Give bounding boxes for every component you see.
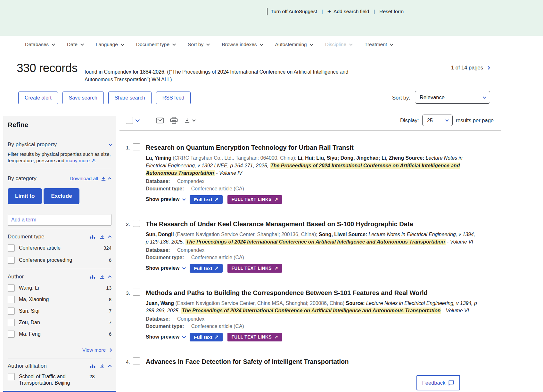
results-per-page-select[interactable]: 25	[422, 115, 453, 126]
download-all-link[interactable]: Download all	[70, 176, 111, 181]
filter-menu-browse-indexes[interactable]: Browse indexes	[222, 42, 262, 47]
bar-chart-icon[interactable]	[90, 235, 95, 239]
display-per-page: Display: 25 results per page	[400, 115, 494, 126]
rss-feed-button[interactable]: RSS feed	[156, 92, 191, 104]
facet-item: Conference proceeding 6	[8, 257, 111, 264]
show-preview-toggle[interactable]: Show preview	[146, 334, 185, 340]
filter-label: Databases	[25, 42, 49, 47]
result-title-link[interactable]: The Research of Under Keel Clearance Man…	[146, 220, 413, 228]
share-search-button[interactable]: Share search	[108, 92, 152, 104]
select-all-chevron-icon[interactable]	[135, 118, 140, 122]
save-search-button[interactable]: Save search	[62, 92, 104, 104]
by-physical-property-section[interactable]: By physical property	[8, 141, 111, 148]
add-search-field-link[interactable]: + Add search field	[327, 9, 369, 14]
facet-item-count: 324	[103, 244, 111, 251]
checkbox[interactable]	[8, 296, 15, 303]
filter-menu-date[interactable]: Date	[67, 42, 83, 47]
facet-author-affiliation-header: Author affiliation	[8, 363, 111, 369]
bar-chart-icon[interactable]	[90, 364, 95, 369]
facet-item-label: Wang, Li	[19, 284, 106, 291]
by-category-section: By category Download all	[8, 175, 111, 182]
database-value: Compendex	[177, 179, 204, 184]
full-text-links-button[interactable]: FULL TEXT LINKS ↗	[227, 264, 282, 273]
result-item: 2. The Research of Under Keel Clearance …	[119, 220, 501, 273]
external-link-icon: ↗	[91, 158, 95, 163]
full-text-button[interactable]: Full text ↗	[190, 264, 223, 273]
checkbox[interactable]	[8, 284, 15, 292]
create-alert-button[interactable]: Create alert	[18, 92, 58, 104]
full-text-button[interactable]: Full text ↗	[190, 195, 223, 204]
limit-to-button[interactable]: Limit to	[8, 188, 42, 204]
full-text-button[interactable]: Full text ↗	[190, 333, 223, 341]
facet-item-count: 6	[109, 331, 111, 337]
result-citation: Juan, Wang (Eastern Navigation Service C…	[146, 300, 477, 315]
author-names: Li, Hui; Liu, Siyu; Dong, Jingchao; Li, …	[298, 155, 405, 161]
period: .	[95, 158, 96, 163]
sort-by-value: Relevance	[420, 94, 445, 100]
result-checkbox[interactable]	[133, 220, 140, 227]
chevron-down-icon	[192, 118, 196, 122]
checkbox[interactable]	[8, 244, 15, 252]
chevron-down-icon	[206, 42, 210, 45]
add-term-input[interactable]	[8, 214, 111, 226]
many-more-link[interactable]: many more ↗	[66, 158, 95, 163]
chevron-down-icon	[390, 42, 393, 45]
show-preview-label: Show preview	[146, 196, 179, 202]
filter-menu-autostemming[interactable]: Autostemming	[275, 42, 312, 47]
filter-menu-document-type[interactable]: Document type	[136, 42, 175, 47]
database-value: Compendex	[177, 247, 204, 253]
turn-off-autosuggest-link[interactable]: Turn off AutoSuggest	[271, 9, 317, 14]
result-citation: Sun, Dongli (Eastern Navigation Service …	[146, 231, 477, 246]
chevron-down-icon	[349, 42, 353, 45]
bar-chart-icon[interactable]	[90, 275, 95, 279]
checkbox[interactable]	[8, 308, 15, 315]
result-title-link[interactable]: Research on Quantum Encryption Technolog…	[146, 143, 354, 152]
print-results-button[interactable]	[170, 117, 178, 124]
result-title-link[interactable]: Methods and Paths to Building the Corres…	[146, 289, 428, 297]
exclude-button[interactable]: Exclude	[44, 188, 79, 204]
download-icon[interactable]	[100, 234, 105, 239]
email-results-button[interactable]	[156, 117, 164, 124]
result-checkbox[interactable]	[133, 289, 140, 296]
filter-label: Document type	[136, 42, 169, 47]
result-checkbox[interactable]	[133, 357, 140, 364]
chevron-up-icon[interactable]	[108, 276, 111, 279]
full-text-links-button[interactable]: FULL TEXT LINKS ↗	[227, 333, 282, 341]
download-icon	[101, 176, 106, 181]
checkbox[interactable]	[8, 373, 15, 380]
external-link-icon: ↗	[215, 334, 219, 340]
download-results-button[interactable]	[184, 117, 195, 123]
filter-menu-bar: Databases Date Language Document type So…	[0, 36, 543, 53]
download-icon[interactable]	[100, 364, 105, 369]
facet-item: Ma, Feng 6	[8, 331, 111, 338]
divider	[8, 269, 111, 269]
checkbox[interactable]	[8, 331, 15, 338]
chevron-up-icon[interactable]	[108, 177, 111, 181]
pagination-next[interactable]: 1 of 14 pages	[451, 65, 490, 71]
chevron-up-icon[interactable]	[108, 236, 111, 239]
show-preview-toggle[interactable]: Show preview	[146, 265, 185, 271]
select-all-checkbox[interactable]	[126, 117, 133, 124]
show-preview-toggle[interactable]: Show preview	[146, 196, 185, 202]
result-head: 2. The Research of Under Keel Clearance …	[119, 220, 501, 228]
result-title-link[interactable]: Advances in Face Detection for Safety of…	[146, 357, 349, 366]
download-icon[interactable]	[100, 274, 105, 279]
sort-by-select[interactable]: Relevance	[415, 91, 490, 104]
filter-menu-language[interactable]: Language	[96, 42, 123, 47]
checkbox[interactable]	[8, 319, 15, 326]
filter-label: Date	[67, 42, 78, 47]
preview-row: Show preview Full text ↗ FULL TEXT LINKS…	[146, 195, 501, 204]
filter-menu-databases[interactable]: Databases	[25, 42, 54, 47]
checkbox[interactable]	[8, 257, 15, 264]
reset-form-link[interactable]: Reset form	[379, 9, 404, 14]
filter-menu-sort-by[interactable]: Sort by	[188, 42, 209, 47]
full-text-links-button[interactable]: FULL TEXT LINKS ↗	[227, 195, 282, 204]
chevron-up-icon[interactable]	[108, 365, 111, 368]
chevron-down-icon	[182, 266, 186, 269]
result-checkbox[interactable]	[133, 143, 140, 150]
filter-menu-discipline: Discipline	[325, 42, 352, 47]
facet-item-label: Sun, Siqi	[19, 308, 109, 314]
filter-menu-treatment[interactable]: Treatment	[365, 42, 392, 47]
feedback-button[interactable]: Feedback	[416, 375, 460, 390]
view-more-link[interactable]: View more	[8, 347, 111, 353]
